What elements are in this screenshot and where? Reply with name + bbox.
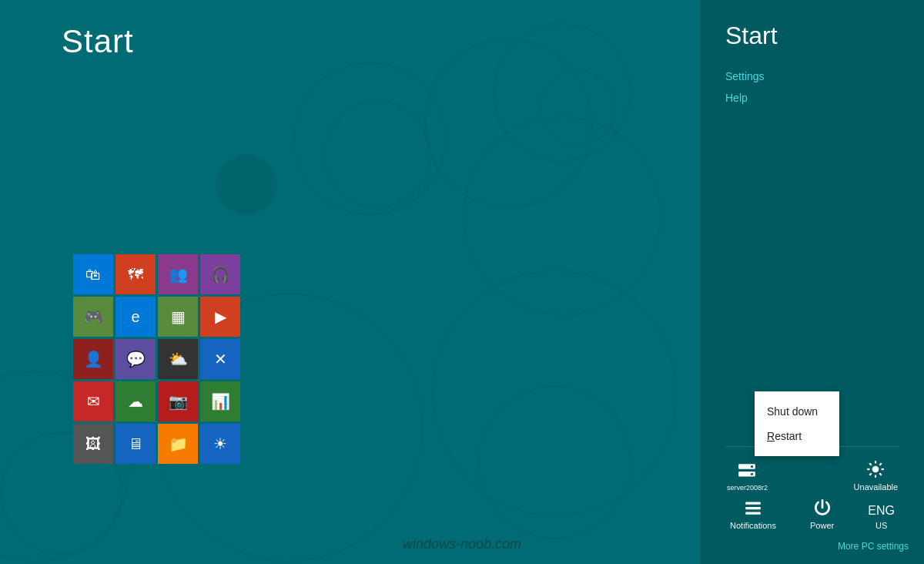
tile-finance[interactable]: 📊 [200,381,240,421]
svg-point-3 [751,473,753,475]
power-icon-item[interactable]: Power [810,498,834,530]
tile-excel[interactable]: ▦ [158,297,198,337]
restart-button[interactable]: Restart [755,424,839,448]
tile-desktop[interactable]: 🖥 [116,424,156,464]
tile-ie[interactable]: e [116,297,156,337]
language-icon-item[interactable]: ENG US [868,504,895,530]
tile-photos[interactable]: 🖼 [73,424,113,464]
server-label: server2008r2 [727,484,768,492]
tile-video[interactable]: ▶ [200,297,240,337]
power-popup: Shut down Restart [755,391,839,456]
tile-skydrive[interactable]: ☁ [116,381,156,421]
svg-line-12 [880,463,882,465]
svg-line-11 [870,473,872,475]
tile-people[interactable]: 👥 [158,254,198,294]
notifications-icon-item[interactable]: Notifications [730,498,776,530]
eng-label: ENG [868,504,895,518]
bottom-icons-bottom-row: Notifications Power ENG US [701,495,924,536]
tile-weather[interactable]: ⛅ [158,339,198,379]
tile-games[interactable]: 🎮 [73,297,113,337]
tile-maps[interactable]: 🗺 [116,254,156,294]
tile-messaging[interactable]: 💬 [116,339,156,379]
deco-circle-8 [477,385,631,539]
tile-music[interactable]: 🎧 [200,254,240,294]
tile-xbox[interactable]: ✕ [200,339,240,379]
tile-brightness[interactable]: ☀ [200,424,240,464]
watermark: windows-noob.com [403,536,521,552]
svg-rect-14 [745,507,761,509]
tile-user[interactable]: 👤 [73,339,113,379]
svg-rect-15 [745,512,761,514]
tile-store[interactable]: 🛍 [73,254,113,294]
help-link[interactable]: Help [701,87,924,109]
power-icon [812,498,832,518]
tiles-grid: 🛍 🗺 👥 🎧 🎮 e ▦ ▶ 👤 💬 ⛅ ✕ ✉ ☁ 📷 📊 🖼 🖥 📁 ☀ [73,254,240,464]
us-label: US [875,521,887,530]
unavailable-icon-item[interactable]: Unavailable [854,459,898,492]
more-pc-settings-link[interactable]: More PC settings [701,536,924,564]
restart-label: Restart [767,430,802,442]
right-panel-title: Start [701,0,924,65]
svg-point-2 [751,465,753,468]
tile-files[interactable]: 📁 [158,424,198,464]
deco-circle-2 [323,100,431,208]
deco-circle-12 [216,154,277,216]
svg-rect-13 [745,502,761,504]
svg-line-10 [880,473,882,475]
server-icon [737,461,757,481]
svg-line-9 [870,463,872,465]
power-label: Power [810,521,834,530]
notifications-label: Notifications [730,521,776,530]
svg-point-4 [872,466,879,473]
right-panel: Start Settings Help server2008r2 [701,0,924,564]
unavailable-label: Unavailable [854,482,898,492]
server-icon-item[interactable]: server2008r2 [727,461,768,492]
tile-camera[interactable]: 📷 [158,381,198,421]
shutdown-button[interactable]: Shut down [755,399,839,424]
start-title: Start [62,23,134,60]
brightness-icon [865,459,886,479]
notifications-icon [743,498,763,518]
main-background: Start 🛍 🗺 👥 🎧 🎮 e ▦ ▶ 👤 💬 ⛅ ✕ ✉ ☁ 📷 📊 🖼 … [0,0,924,564]
settings-link[interactable]: Settings [701,65,924,87]
tile-mail[interactable]: ✉ [73,381,113,421]
